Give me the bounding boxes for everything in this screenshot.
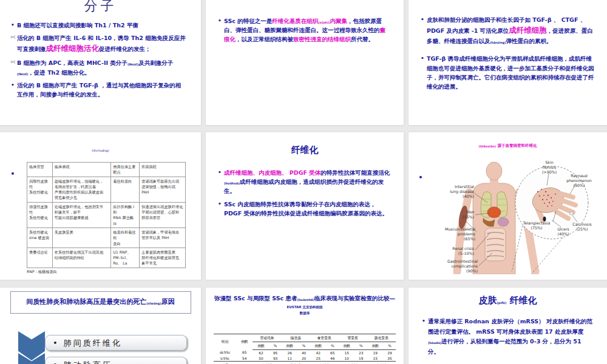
sub-header: % (327, 342, 339, 350)
table-row: dcSSc6562952640426515231929 (214, 350, 396, 356)
text-segment: (biǎoxiàn) (479, 144, 497, 148)
text-segment: 皮肤 (479, 295, 497, 306)
scissors-icon: ✂ (8, 33, 17, 42)
table-cell: 11 (282, 356, 298, 362)
title-box: 间质性肺炎和肺动脉高压是最突出的死亡(sǐwáng)原因 (10, 291, 191, 314)
text-segment: EUSTAR 北京协和医院 (287, 305, 323, 309)
bullet-marker: • (418, 15, 427, 24)
column-group-header: 肠道受累 (367, 334, 396, 342)
text-segment: B 细胞作为 APC，高表达 MHC-II 类分子 (17, 59, 127, 66)
text-segment: 成纤维细胞活化 (46, 44, 100, 53)
list-item-bar: • 肺动脉高压 (45, 357, 187, 364)
clinical-subtypes-table: 临床亚型 临床表现 自身抗体主要靶点 疾病病程 局限性皮肤性 系统性硬化远端皮肤… (27, 162, 186, 268)
table-cell: 54 (236, 356, 253, 362)
sub-header: % (384, 342, 396, 350)
label-skin-fibrosis: Skin fibrosis (>90%) (534, 160, 565, 175)
text-segment: (fēnzǐ) (127, 62, 138, 66)
table-cell: 重叠综合征 (27, 248, 53, 268)
label-gastrointestinal: Gastrointestinal complications (90%) (432, 259, 478, 274)
column-header: 例数 (236, 334, 253, 350)
table-cell: U1 RNP、PM–Scl、 Ro、 La (111, 248, 140, 268)
table-cell: 15 (339, 350, 355, 356)
table-cell: 65 (327, 350, 339, 356)
text-segment: 的特异性抗体可能直接活化 (320, 169, 390, 176)
column-header: 组别 (214, 334, 236, 350)
text-segment: (huànzhě) (297, 298, 314, 302)
table-cell: lcSSc (214, 356, 236, 362)
slide-6-clinical-manifestations-figure[interactable]: (biǎoxiàn) 源于血管病变和纤维化 (409, 132, 607, 280)
text-segment: SSc 内皮细胞特异性抗体诱导黏附分子在内皮细胞的表达， PDGF 受体的特异性… (224, 201, 388, 217)
table-cell: 35 (384, 356, 396, 362)
table-row: 弥漫性皮肤性 系统性硬化近端皮肤纤维化，包括肘关节 和膝关节，躯干 可能出现肌腱… (27, 202, 186, 228)
slide-9-skin-fibrosis[interactable]: 皮肤(pífū) 纤维化 • 通常采用修正 Rodnan 皮肤评分（mRSS） … (409, 288, 607, 364)
sub-header: % (298, 342, 310, 350)
slide-3-cytokines[interactable]: • 皮肤和肺脏分泌的细胞因子和生长因子如 TGF-β 、 CTGF 、 PDGF… (409, 0, 607, 125)
table-cell: 主要是肌肉骨骼受累 肺纤维化和硬皮病肾危 象不常见 (140, 248, 186, 268)
table-cell: 19 (367, 350, 384, 356)
bullet-text: 活化的 B 细胞亦可产生 TGF-β ，通过与其他细胞因子复杂的相互作用，间接参… (17, 81, 186, 99)
pinyin-caption: (línchuáng) (0, 149, 201, 152)
table-cell: 95 (270, 350, 282, 356)
text-segment: (sǐwáng) (146, 302, 161, 305)
slide-8-comparison-table[interactable]: 弥漫型 SSc 与局限型 SSc 患者(huànzhě)临床表现与实验室检查的比… (206, 288, 404, 364)
bullet-marker (12, 172, 14, 175)
table-cell: 29 (384, 350, 396, 356)
sub-header: % (355, 342, 367, 350)
text-segment: 原因 (161, 298, 175, 306)
table-cell: 拓扑异构酶 I 和 RNA 聚合酶 III (111, 202, 140, 228)
slide-4-clinical-subtypes-table[interactable]: (línchuáng) 临床亚型 临床表现 自身抗体主要靶点 疾病病程 局限性皮… (0, 132, 201, 280)
bullet-item: • TGF-β 诱导成纤维细胞分化为平滑肌样成肌纤维细胞，成肌纤维细胞也可促进细… (418, 54, 595, 91)
head (486, 162, 502, 180)
text-segment: 所代替。 (351, 36, 374, 42)
label-interstitial-lung-disease: Interstitial lung disease (40%) (436, 184, 474, 199)
slide-title: 弥漫型 SSc 与局限型 SSc 患者(huànzhě)临床表现与实验室检查的比… (206, 295, 404, 309)
bullet-item: • 成纤维细胞、内皮细胞、 PDGF 受体的特异性抗体可能直接活化(huóhuà… (215, 168, 392, 196)
sub-header: 例数 (339, 342, 355, 350)
text-segment: ，以及正常组织结构被 (236, 36, 293, 42)
text-segment: 通常采用修正 Rodnan 皮肤评分（mRSS） 对皮肤纤维化的范围进行定量评估… (428, 318, 592, 335)
table-cell: 26 (282, 350, 298, 356)
label-renal-crisis: Renal crisis (5–10%) (439, 246, 474, 256)
table-cell: 25 (310, 356, 327, 362)
chevron-down-icon (18, 353, 45, 364)
bullet-item: ✂ 活化的 B 细胞可产生 IL-6 和 IL-10，诱导 Th2 细胞免疫反应… (8, 33, 186, 55)
bullet-item: • SSc 的特征之一是纤维化基质在组织(zǔzhī)内聚集，包括胶原蛋白、弹性… (215, 16, 390, 44)
comparison-table: 组别 例数 雷诺现象 指溃疡 食管受累 肾受累 肠道受累 例数 % 例数 % 例… (214, 334, 396, 364)
text-segment: 源于血管病变和纤维化 (496, 143, 537, 148)
slide-1-molecules[interactable]: 分子 • B 细胞还可以直接或间接影响 Th1 / Th2 平衡 ✂ 活化的 B… (0, 0, 201, 125)
bullet-text: 成纤维细胞、内皮细胞、 PDGF 受体的特异性抗体可能直接活化(huóhuà)成… (224, 168, 392, 196)
table-row: 系统性硬化 sine 硬皮病无皮肤受累核蛋白和着丝粒 蛋白雷诺现象，甲襞毛细血 … (27, 228, 186, 248)
slide-7-mortality-causes[interactable]: 间质性肺炎和肺动脉高压是最突出的死亡(sǐwáng)原因 • 肺间质纤维化 1 … (0, 288, 201, 364)
table-row: lcSSc5450931120254610191535 (214, 356, 396, 362)
bullet-text: 通常采用修正 Rodnan 皮肤评分（mRSS） 对皮肤纤维化的范围进行定量评估… (428, 317, 594, 357)
table-cell: 65 (236, 350, 253, 356)
column-group-header: 雷诺现象 (253, 334, 281, 342)
calcinosis-spot (570, 212, 573, 215)
text-segment: 促进纤维化的发生； (99, 46, 151, 52)
table-cell: 弥漫性皮肤性 系统性硬化 (27, 202, 53, 228)
text-segment: 纤维化基质在组织 (272, 18, 318, 24)
stomach (498, 218, 509, 226)
slide-grid-view: 分子 • B 细胞还可以直接或间接影响 Th1 / Th2 平衡 ✂ 活化的 B… (0, 0, 607, 364)
text-segment: 活化的 B 细胞亦可产生 TGF-β ，通过与其他细胞因子复杂的相互作用，间接参… (17, 82, 181, 98)
bullet-item: ✂ B 细胞作为 APC，高表达 MHC-II 类分子(fēnzǐ)及共刺激分子… (8, 58, 186, 76)
table-cell: 15 (367, 356, 384, 362)
slide-5-fibrosis[interactable]: 纤维化 • 成纤维细胞、内皮细胞、 PDGF 受体的特异性抗体可能直接活化(hu… (206, 132, 404, 280)
heart (487, 207, 501, 218)
text-segment: 成纤维细胞 (509, 25, 547, 35)
column-header: 临床表现 (52, 163, 111, 177)
table-cell: 在系统性硬化情况下出现其他 结缔组织病的特征 (52, 248, 111, 268)
table-cell: 远端皮肤纤维化，指端硬化， 毛细血管扩张，钙质沉着 严重间质性肺疾病以及硬皮病 … (52, 177, 111, 202)
slide-title: 皮肤(pífū) 纤维化 (409, 295, 607, 306)
label-calcinosis: Calcinosis (25%) (569, 222, 595, 232)
slide-2-ssc-features[interactable]: • SSc 的特征之一是纤维化基质在组织(zǔzhī)内聚集，包括胶原蛋白、弹性… (206, 0, 404, 125)
text-segment: B 细胞还可以直接或间接影响 Th1 / Th2 平衡 (17, 22, 138, 29)
bullet-text: SSc 的特征之一是纤维化基质在组织(zǔzhī)内聚集，包括胶原蛋白、弹性蛋白… (224, 16, 390, 44)
table-cell: 核蛋白和着丝粒 蛋白 (111, 228, 140, 248)
table-cell: 0.369 (339, 362, 367, 364)
text-segment: 成纤维细胞、内皮细胞、 PDGF 受体 (224, 169, 320, 176)
text-segment: (pífū) (497, 301, 507, 305)
bullet-marker: • (418, 54, 427, 63)
column-group-header: 食管受累 (310, 334, 339, 342)
table-cell: 近端皮肤纤维化，包括肘关节 和膝关节，躯干 可能出现肌腱摩擦感 (52, 202, 111, 228)
